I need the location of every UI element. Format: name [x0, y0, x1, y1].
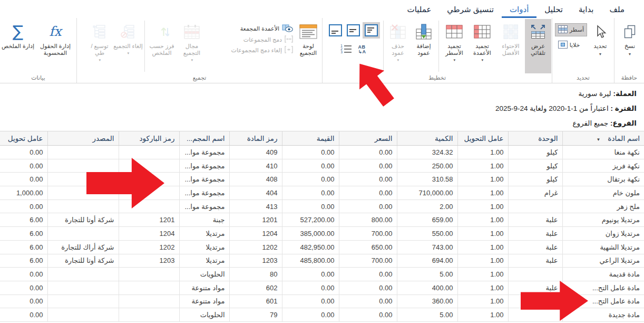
table-cell[interactable]: 650.00 [339, 240, 397, 254]
group-field-button[interactable]: مجال التجميع ▼ [177, 19, 207, 73]
table-cell[interactable]: 1201 [119, 213, 179, 227]
table-cell[interactable]: 400.00 [397, 281, 457, 294]
table-cell[interactable]: نكهة منغا [562, 146, 644, 159]
table-cell[interactable]: 0.00 [282, 281, 339, 294]
table-cell[interactable]: 743.00 [397, 240, 457, 254]
table-cell[interactable]: مجموعة موا... [179, 159, 229, 173]
table-cell[interactable]: 0.00 [0, 308, 47, 322]
table-cell[interactable]: 0.00 [282, 294, 339, 308]
table-cell[interactable] [119, 200, 179, 213]
table-cell[interactable] [47, 308, 119, 322]
column-header[interactable]: عامل التحويل [457, 131, 508, 146]
table-cell[interactable]: مرتديلا الشهية [562, 240, 644, 254]
table-cell[interactable]: 0.00 [339, 173, 397, 186]
table-cell[interactable] [119, 146, 179, 159]
column-header[interactable]: الكمية [397, 131, 457, 146]
table-cell[interactable] [119, 294, 179, 308]
table-cell[interactable]: 0.00 [282, 268, 339, 281]
table-cell[interactable]: كيلو [508, 173, 562, 186]
table-cell[interactable]: علبة [508, 240, 562, 254]
table-cell[interactable]: نكهة فريز [562, 159, 644, 173]
unmerge-groups-button[interactable]: إلغاء دمج المجموعات [207, 46, 295, 54]
table-cell[interactable]: 1.00 [457, 146, 508, 159]
table-cell[interactable]: مرتديلا [179, 227, 229, 241]
table-cell[interactable]: 1.00 [457, 308, 508, 322]
table-cell[interactable]: 550.00 [397, 227, 457, 241]
table-cell[interactable]: 1202 [229, 240, 282, 254]
table-cell[interactable]: 324.32 [397, 146, 457, 159]
table-cell[interactable]: 0.00 [339, 308, 397, 322]
table-cell[interactable]: 79 [229, 308, 282, 322]
table-cell[interactable]: الحلويات [179, 308, 229, 322]
table-cell[interactable]: 800.00 [339, 213, 397, 227]
sort-by-summary-button[interactable]: Σ فرز حسب الملخص [147, 19, 177, 73]
column-header[interactable]: اسم المجم... [179, 131, 229, 146]
table-cell[interactable] [119, 268, 179, 281]
table-cell[interactable]: علبة [508, 294, 562, 308]
table-cell[interactable]: 1.00 [457, 240, 508, 254]
table-cell[interactable]: الحلويات [179, 268, 229, 281]
table-cell[interactable]: 6.00 [0, 227, 47, 241]
table-cell[interactable] [47, 281, 119, 294]
align-center-button[interactable] [347, 24, 360, 36]
table-cell[interactable]: 601 [229, 294, 282, 308]
table-cell[interactable] [508, 200, 562, 213]
expand-collapse-button[interactable]: توسيع / طي ▼ [86, 19, 113, 73]
column-header[interactable]: الوحدة [508, 131, 562, 146]
table-cell[interactable]: مرتديلا يونيوم [562, 213, 644, 227]
table-cell[interactable]: 482,950.00 [282, 240, 339, 254]
table-cell[interactable] [119, 159, 179, 173]
table-cell[interactable]: شركة أوتا للتجارة [47, 254, 119, 268]
table-cell[interactable] [47, 268, 119, 281]
table-cell[interactable]: 404 [229, 186, 282, 200]
table-cell[interactable]: 250.00 [397, 159, 457, 173]
column-header[interactable]: رمز الباركود [119, 131, 179, 146]
table-cell[interactable]: 1.00 [457, 254, 508, 268]
table-cell[interactable]: 602 [229, 281, 282, 294]
table-cell[interactable]: 409 [229, 146, 282, 159]
tab-operations[interactable]: عمليات [399, 2, 440, 18]
table-cell[interactable] [119, 173, 179, 186]
column-header[interactable]: السعر [339, 131, 397, 146]
table-cell[interactable]: مرتديلا زوان [562, 227, 644, 241]
align-bottom-button[interactable] [329, 24, 342, 36]
table-cell[interactable]: نكهة برتقال [562, 173, 644, 186]
table-cell[interactable]: 1.00 [457, 159, 508, 173]
table-cell[interactable]: 1203 [229, 254, 282, 268]
table-cell[interactable] [47, 186, 119, 200]
summary-manager-button[interactable]: ∑ إدارة الملخص [1, 19, 35, 73]
table-cell[interactable]: 700.00 [339, 227, 397, 241]
select-rows-button[interactable]: أسطر [555, 23, 587, 36]
table-cell[interactable]: 0.00 [282, 159, 339, 173]
table-cell[interactable] [47, 146, 119, 159]
table-cell[interactable]: مادة جديدة [562, 308, 644, 322]
table-cell[interactable]: 0.00 [282, 186, 339, 200]
table-cell[interactable] [47, 200, 119, 213]
table-cell[interactable] [47, 173, 119, 186]
table-cell[interactable]: 1.00 [457, 268, 508, 281]
best-fit-button[interactable]: الاحتواء الأفضل [496, 19, 525, 73]
table-cell[interactable]: 5.00 [397, 268, 457, 281]
table-cell[interactable]: 694.00 [397, 254, 457, 268]
table-cell[interactable]: مرتديلا [179, 240, 229, 254]
table-cell[interactable]: جبنة [179, 213, 229, 227]
merge-groups-button[interactable]: دمج المجموعات [207, 35, 295, 44]
table-cell[interactable]: مجموعة موا... [179, 173, 229, 186]
table-cell[interactable]: 1.00 [457, 213, 508, 227]
table-cell[interactable]: 80 [229, 268, 282, 281]
select-cells-button[interactable]: خلايا [555, 39, 587, 52]
grouped-columns-button[interactable]: الأعمدة المجمعة [207, 24, 295, 33]
column-header[interactable]: اسم المادة▼ [562, 131, 644, 146]
table-cell[interactable] [47, 294, 119, 308]
table-cell[interactable]: علبة [508, 281, 562, 294]
align-top-button[interactable] [365, 24, 378, 36]
group-panel-button[interactable]: لوحة التجميع [295, 19, 321, 73]
table-cell[interactable]: 1201 [229, 213, 282, 227]
table-cell[interactable]: 6.00 [0, 254, 47, 268]
table-cell[interactable]: مجموعة موا... [179, 200, 229, 213]
column-header[interactable]: المصدر [47, 131, 119, 146]
table-cell[interactable]: 0.00 [282, 173, 339, 186]
table-cell[interactable]: ملح زهر [562, 200, 644, 213]
table-cell[interactable]: 485,800.00 [282, 254, 339, 268]
table-cell[interactable]: 1204 [229, 227, 282, 241]
